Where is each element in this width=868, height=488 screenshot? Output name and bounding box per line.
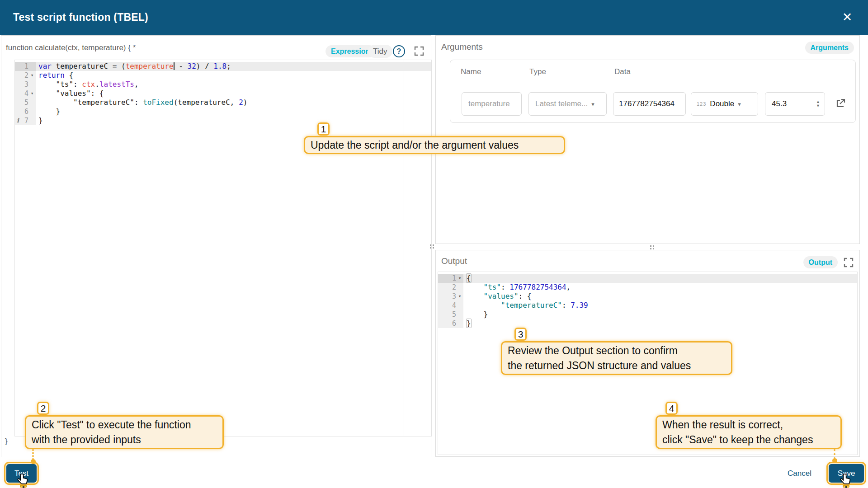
code-line: 3▾ "values": {: [438, 292, 857, 301]
column-header-data: Data: [614, 67, 631, 76]
code-line[interactable]: i7}: [15, 116, 431, 125]
fullscreen-icon[interactable]: [843, 257, 854, 268]
open-in-new-icon[interactable]: [835, 98, 846, 109]
column-header-type: Type: [529, 67, 546, 76]
cursor-pointer-icon: [16, 473, 30, 486]
cursor-click-marker: [843, 485, 849, 488]
horizontal-splitter-handle[interactable]: [650, 245, 654, 249]
fold-arrow-icon[interactable]: ▾: [456, 292, 463, 301]
gutter-cell: 1▾: [438, 274, 463, 283]
line-number: 3: [17, 80, 28, 89]
tidy-button[interactable]: Tidy: [368, 45, 392, 58]
annotation-step-number: 1: [317, 122, 330, 136]
annotation-connector-dot: [31, 459, 36, 464]
fullscreen-icon[interactable]: [414, 46, 425, 56]
gutter-cell: 1: [15, 62, 36, 71]
code-line: 1▾{: [438, 274, 857, 283]
dialog-title: Test script function (TBEL): [0, 11, 148, 23]
function-signature: function calculate(ctx, temperature) { *: [6, 43, 136, 52]
gutter-cell: 5: [438, 310, 463, 319]
code-line: 5 }: [438, 310, 857, 319]
line-number: 5: [17, 98, 28, 107]
info-annotation-icon: i: [17, 116, 19, 125]
annotation-connector-dot: [832, 458, 837, 463]
fold-arrow-icon[interactable]: ▾: [28, 89, 36, 98]
annotation-callout-1: Update the script and/or the argument va…: [304, 136, 565, 154]
arguments-table: Name Type Data temperature Latest teleme…: [450, 60, 856, 123]
output-title: Output: [441, 256, 467, 266]
spinner-down-icon: ▼: [816, 104, 820, 108]
cursor-click-marker: [20, 485, 27, 488]
fold-arrow-icon[interactable]: ▾: [456, 274, 463, 283]
output-badge: Output: [803, 256, 838, 268]
annotation-callout-3: Review the Output section to confirm the…: [501, 341, 732, 375]
line-number: 4: [17, 89, 28, 98]
argument-name-input[interactable]: temperature: [462, 92, 522, 116]
number-type-icon: 123: [697, 101, 706, 107]
code-line[interactable]: 6 }: [15, 107, 431, 116]
arguments-badge: Arguments: [805, 42, 854, 54]
line-number: 6: [442, 319, 456, 328]
gutter-cell: 2: [438, 283, 463, 292]
test-script-dialog: Test script function (TBEL) ✕ function c…: [0, 0, 868, 488]
dialog-header: Test script function (TBEL) ✕: [0, 0, 868, 35]
gutter-cell: 6: [438, 319, 463, 328]
line-number: 5: [442, 310, 456, 319]
code-line[interactable]: 1var temperatureC = (temperature - 32) /…: [15, 62, 431, 71]
gutter-cell: 2▾: [15, 71, 36, 80]
spinner-arrows[interactable]: ▲ ▼: [816, 100, 820, 108]
code-line: 6}: [438, 319, 857, 328]
help-icon[interactable]: ?: [393, 45, 405, 57]
annotation-step-number: 2: [37, 402, 49, 415]
code-line[interactable]: 5 "temperatureC": toFixed(temperatureC, …: [15, 98, 431, 107]
script-code-editor[interactable]: 1var temperatureC = (temperature - 32) /…: [14, 60, 432, 436]
gutter-cell: 3: [15, 80, 36, 89]
annotation-callout-4: When the result is correct, click "Save"…: [656, 415, 842, 449]
line-number: 1: [442, 274, 456, 283]
function-closing-brace: }: [5, 437, 8, 446]
fold-arrow-icon[interactable]: ▾: [28, 71, 36, 80]
argument-type-select[interactable]: Latest teleme... ▾: [528, 92, 607, 116]
argument-ts-input[interactable]: 1767782754364: [613, 92, 686, 116]
chevron-down-icon: ▾: [591, 101, 594, 108]
vertical-splitter-handle[interactable]: [430, 244, 434, 249]
annotation-connector: [834, 449, 835, 459]
code-line: 4 "temperatureC": 7.39: [438, 301, 857, 310]
annotation-connector: [32, 449, 34, 460]
code-line: 2 "ts": 1767782754364,: [438, 283, 857, 292]
gutter-cell: 4▾: [15, 89, 36, 98]
line-number: 3: [442, 292, 456, 301]
line-number: 2: [17, 71, 28, 80]
cursor-pointer-icon: [839, 473, 853, 486]
close-icon[interactable]: ✕: [836, 6, 858, 28]
gutter-cell: i7: [15, 116, 36, 125]
code-line[interactable]: 2▾return {: [15, 71, 431, 80]
gutter-cell: 3▾: [438, 292, 463, 301]
gutter-cell: 5: [15, 98, 36, 107]
code-line[interactable]: 4▾ "values": {: [15, 89, 431, 98]
annotation-step-number: 4: [665, 402, 678, 415]
line-number: 2: [442, 283, 456, 292]
code-line[interactable]: 3 "ts": ctx.latestTs,: [15, 80, 431, 89]
line-number: 6: [17, 107, 28, 116]
cancel-button[interactable]: Cancel: [785, 468, 814, 479]
annotation-step-number: 3: [514, 328, 527, 341]
chevron-down-icon: ▾: [738, 101, 741, 108]
line-number: 1: [17, 62, 28, 71]
annotation-callout-2: Click "Test" to execute the function wit…: [25, 415, 224, 449]
argument-value-type-select[interactable]: 123 Double ▾: [691, 92, 758, 116]
column-header-name: Name: [461, 67, 481, 76]
print-margin-line: [404, 60, 404, 436]
line-number: 4: [442, 301, 456, 310]
script-panel: function calculate(ctx, temperature) { *…: [1, 35, 431, 457]
arguments-title: Arguments: [441, 42, 483, 52]
gutter-cell: 6: [15, 107, 36, 116]
gutter-cell: 4: [438, 301, 463, 310]
argument-value-spinner[interactable]: 45.3 ▲ ▼: [765, 92, 825, 116]
